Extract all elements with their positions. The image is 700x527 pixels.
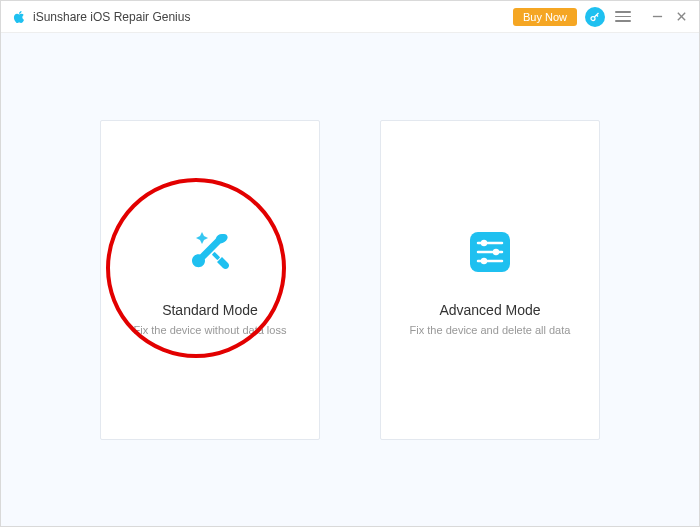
- app-title: iSunshare iOS Repair Genius: [33, 10, 190, 24]
- key-button[interactable]: [585, 7, 605, 27]
- key-icon: [589, 11, 601, 23]
- main-content: Standard Mode Fix the device without dat…: [1, 33, 699, 526]
- svg-rect-4: [212, 251, 220, 259]
- standard-mode-card[interactable]: Standard Mode Fix the device without dat…: [100, 120, 320, 440]
- advanced-mode-card[interactable]: Advanced Mode Fix the device and delete …: [380, 120, 600, 440]
- svg-point-11: [481, 257, 487, 263]
- advanced-mode-desc: Fix the device and delete all data: [410, 324, 571, 336]
- standard-mode-desc: Fix the device without data loss: [134, 324, 287, 336]
- menu-button[interactable]: [615, 9, 631, 25]
- app-logo-icon: [11, 9, 27, 25]
- minimize-icon: [652, 11, 663, 22]
- buy-now-button[interactable]: Buy Now: [513, 8, 577, 26]
- close-button[interactable]: [671, 7, 691, 27]
- hamburger-icon: [615, 11, 631, 13]
- standard-mode-title: Standard Mode: [162, 302, 258, 318]
- sliders-icon: [462, 224, 518, 280]
- advanced-mode-title: Advanced Mode: [439, 302, 540, 318]
- minimize-button[interactable]: [647, 7, 667, 27]
- svg-point-0: [591, 16, 595, 20]
- close-icon: [676, 11, 687, 22]
- tools-icon: [182, 224, 238, 280]
- titlebar: iSunshare iOS Repair Genius Buy Now: [1, 1, 699, 33]
- svg-point-9: [481, 239, 487, 245]
- svg-point-10: [493, 248, 499, 254]
